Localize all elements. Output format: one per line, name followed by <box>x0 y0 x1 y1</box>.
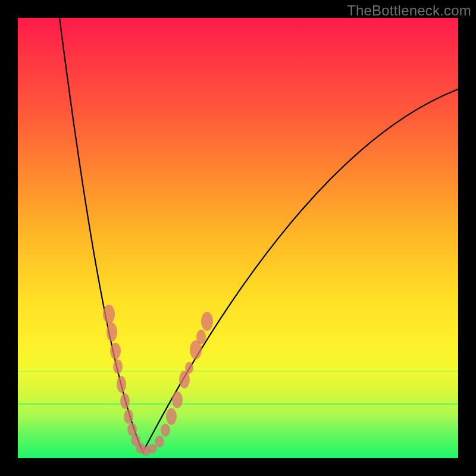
curve-marker <box>185 362 193 374</box>
marker-group <box>103 305 213 456</box>
watermark-label: TheBottleneck.com <box>347 2 471 19</box>
plot-area <box>18 18 458 458</box>
curve-marker <box>107 322 117 342</box>
curve-marker <box>201 312 213 331</box>
curve-marker <box>127 423 137 436</box>
curve-marker <box>172 392 183 408</box>
curve-marker <box>166 408 177 425</box>
curve-svg <box>18 18 458 458</box>
chart-frame: TheBottleneck.com <box>0 0 476 476</box>
curve-left-branch <box>60 18 143 452</box>
curve-marker <box>155 436 164 447</box>
curve-marker <box>103 305 115 324</box>
curve-marker <box>120 393 130 409</box>
curve-marker <box>124 409 133 424</box>
curve-marker <box>117 376 126 393</box>
curve-marker <box>161 424 170 437</box>
curve-marker <box>110 343 121 359</box>
curve-marker <box>148 444 157 453</box>
curve-marker <box>113 359 123 374</box>
curve-right-branch <box>143 89 458 452</box>
curve-marker <box>196 330 206 344</box>
